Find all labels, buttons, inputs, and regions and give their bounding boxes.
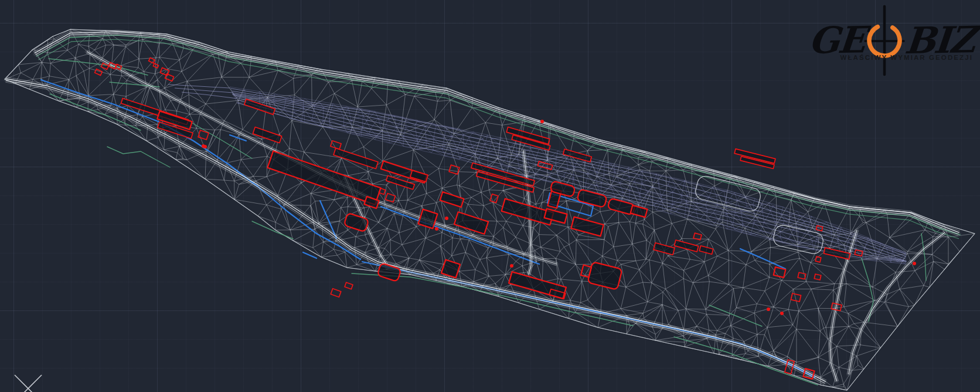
logo-text-ge: GE (807, 22, 866, 59)
logo-text-biz: BIZ (904, 22, 976, 59)
geobiz-logo: GE BIZ WŁAŚCIWY WYMIAR GEODEZJI (809, 18, 974, 61)
cad-viewport[interactable]: GE BIZ WŁAŚCIWY WYMIAR GEODEZJI (0, 0, 980, 392)
crosshair-cursor (15, 375, 42, 392)
surveyor-crosshair-icon (862, 5, 907, 76)
